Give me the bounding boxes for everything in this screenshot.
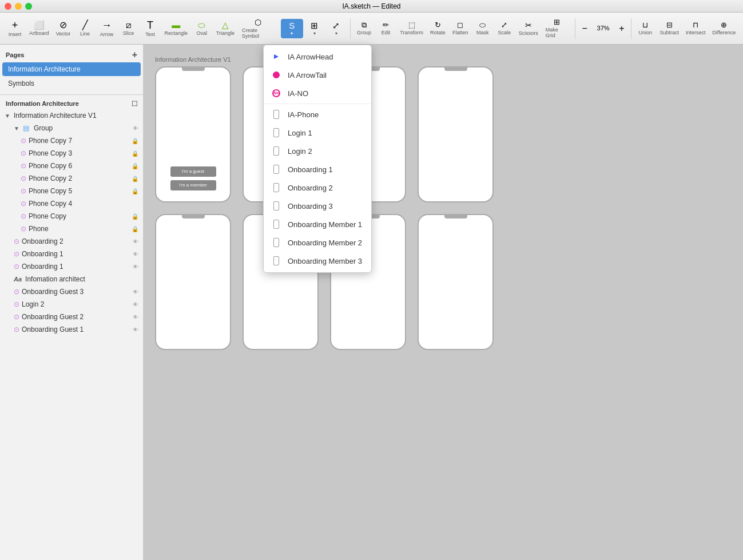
eye-icon-onboarding1b[interactable]: 👁 (133, 251, 138, 257)
layer-login-2[interactable]: ⊙ Login 2 👁 (0, 298, 143, 311)
layer-phone-copy-5[interactable]: ⊙ Phone Copy 5 🔒 (0, 185, 143, 197)
dd-item-onboarding-member-1[interactable]: Onboarding Member 1 (264, 215, 371, 233)
tool-union[interactable]: ⊔ Union (635, 19, 655, 38)
dd-item-ia-phone[interactable]: IA-Phone (264, 105, 371, 124)
flatten-label: Flatten (452, 30, 468, 35)
collapse-arrow-group: ▼ (14, 125, 19, 132)
dd-item-ia-arrowhead[interactable]: IA ArrowHead (264, 47, 371, 66)
symbol-icon-10: ⊙ (14, 250, 19, 258)
layer-phone-copy-6[interactable]: ⊙ Phone Copy 6 🔒 (0, 160, 143, 172)
dd-item-ia-no[interactable]: No IA-NO (264, 84, 371, 102)
layer-phone-copy-6-label: Phone Copy 6 (29, 162, 129, 170)
eye-icon-og2[interactable]: 👁 (133, 314, 138, 320)
intersect-label: Intersect (686, 30, 706, 35)
dd-item-ia-arrowtail[interactable]: IA ArrowTail (264, 66, 371, 84)
layer-onboarding-guest-1[interactable]: ⊙ Onboarding Guest 1 👁 (0, 323, 143, 336)
zoom-level[interactable]: 37% (592, 23, 615, 34)
tool-artboard[interactable]: ⬜ Artboard (26, 18, 52, 38)
tool-zoom-out[interactable]: − (579, 22, 591, 35)
canvas[interactable]: Information Architecture V1 I'm a guest … (144, 45, 743, 560)
tool-zoom-in[interactable]: + (616, 22, 628, 35)
layer-phone-copy-3[interactable]: ⊙ Phone Copy 3 🔒 (0, 147, 143, 160)
eye-icon-onboarding1[interactable]: 👁 (133, 264, 138, 270)
page-item-info-arch[interactable]: Information Architecture (2, 62, 141, 76)
tool-triangle[interactable]: △ Triangle (213, 18, 237, 38)
layer-onboarding-guest-3[interactable]: ⊙ Onboarding Guest 3 👁 (0, 285, 143, 298)
tool-insert-symbol[interactable]: ⊞ ▾ (304, 19, 325, 38)
eye-icon-og1[interactable]: 👁 (133, 327, 138, 333)
tool-create-symbol[interactable]: ⬡ Create Symbol (239, 16, 277, 41)
union-icon: ⊔ (642, 21, 648, 29)
layer-onboarding-1[interactable]: ⊙ Onboarding 1 👁 (0, 260, 143, 273)
layers-collapse[interactable]: ⬚ (132, 100, 137, 107)
layer-phone-copy[interactable]: ⊙ Phone Copy 🔒 (0, 210, 143, 223)
tool-rotate[interactable]: ↻ Rotate (427, 19, 448, 38)
layer-phone-copy-7[interactable]: ⊙ Phone Copy 7 🔒 (0, 134, 143, 147)
eye-icon-login2[interactable]: 👁 (133, 301, 138, 308)
dd-item-onboarding-member-3[interactable]: Onboarding Member 3 (264, 252, 371, 270)
minimize-button[interactable] (15, 3, 22, 10)
tool-edit[interactable]: ✏ Edit (376, 19, 396, 38)
tool-rectangle[interactable]: ▬ Rectangle (162, 18, 190, 38)
layer-onboarding-2[interactable]: ⊙ Onboarding 2 👁 (0, 235, 143, 248)
tool-symbol-active[interactable]: S ▾ (281, 19, 303, 38)
tool-resize[interactable]: ⤢ ▾ (326, 19, 347, 38)
tool-scale[interactable]: ⤢ Scale (494, 19, 515, 38)
dd-ia-phone-icon (271, 109, 282, 120)
maximize-button[interactable] (25, 3, 32, 10)
layer-phone[interactable]: ⊙ Phone 🔒 (0, 223, 143, 235)
tool-vector[interactable]: ⊘ Vector (53, 18, 74, 39)
tool-difference[interactable]: ⊕ Difference (709, 19, 738, 38)
dd-item-onboarding-2[interactable]: Onboarding 2 (264, 178, 371, 197)
dd-item-login-1[interactable]: Login 1 (264, 124, 371, 142)
close-button[interactable] (5, 3, 11, 10)
layers-header: Information Architecture ⬚ (0, 97, 143, 109)
layer-info-architect[interactable]: Aa Infomation architect (0, 273, 143, 285)
tool-oval[interactable]: ⬭ Oval (192, 18, 212, 38)
phone-btn-guest[interactable]: I'm a guest (170, 166, 216, 177)
tool-flatten[interactable]: ◻ Flatten (450, 19, 471, 38)
layer-phone-copy-2[interactable]: ⊙ Phone Copy 2 🔒 (0, 172, 143, 185)
layer-onboarding-1b[interactable]: ⊙ Onboarding 1 👁 (0, 248, 143, 260)
tool-intersect[interactable]: ⊓ Intersect (683, 19, 709, 38)
page-item-symbols[interactable]: Symbols (2, 77, 141, 90)
dd-item-onboarding-1[interactable]: Onboarding 1 (264, 160, 371, 178)
tool-scissors[interactable]: ✂ Scissors (516, 19, 541, 38)
dd-item-login-2[interactable]: Login 2 (264, 142, 371, 160)
layer-ia-v1[interactable]: ▼ Information Architecture V1 (0, 109, 143, 122)
layer-ia-v1-label: Information Architecture V1 (14, 112, 138, 120)
layer-group[interactable]: ▼ ▤ Group 👁 (0, 122, 143, 134)
add-page-button[interactable]: + (132, 50, 137, 59)
tool-insert[interactable]: + Insert (5, 18, 25, 39)
layer-onboarding-guest-2[interactable]: ⊙ Onboarding Guest 2 👁 (0, 311, 143, 323)
tool-arrow[interactable]: → Arrow (97, 18, 117, 39)
layer-phone-copy-4[interactable]: ⊙ Phone Copy 4 (0, 197, 143, 210)
tool-slice[interactable]: ⧄ Slice (118, 18, 139, 38)
phone-frame-8[interactable] (418, 214, 494, 350)
tool-subtract[interactable]: ⊟ Subtract (657, 19, 682, 38)
layer-onboarding-guest-2-label: Onboarding Guest 2 (22, 313, 130, 321)
dd-onboarding-3-icon (271, 200, 282, 212)
insert-icon: + (12, 20, 18, 30)
eye-icon-og3[interactable]: 👁 (133, 289, 138, 295)
eye-icon-group[interactable]: 👁 (133, 125, 138, 132)
tool-make-grid[interactable]: ⊞ Make Grid (542, 16, 571, 41)
phone-frame-1[interactable]: I'm a guest I'm a member (155, 66, 231, 202)
dd-item-onboarding-member-2[interactable]: Onboarding Member 2 (264, 233, 371, 252)
scale-label: Scale (498, 30, 511, 35)
eye-icon-onboarding2[interactable]: 👁 (133, 239, 138, 245)
group-icon: ⧉ (361, 21, 367, 29)
phone-frame-4[interactable] (418, 66, 494, 202)
tool-mask[interactable]: ⬭ Mask (472, 19, 493, 38)
insert-symbol-icon: ⊞ (311, 21, 318, 30)
tool-group[interactable]: ⧉ Group (354, 19, 375, 38)
phone-btn-member[interactable]: I'm a member (170, 180, 216, 190)
tool-line[interactable]: ╱ Line (75, 18, 96, 39)
tool-transform[interactable]: ⬚ Transform (398, 19, 426, 38)
dd-login-2-icon (271, 145, 282, 157)
phone-frame-5[interactable] (155, 214, 231, 350)
layer-phone-copy-2-label: Phone Copy 2 (29, 174, 129, 182)
dd-item-onboarding-3[interactable]: Onboarding 3 (264, 197, 371, 215)
tool-text[interactable]: T Text (140, 18, 161, 39)
dd-label-ia-arrowhead: IA ArrowHead (288, 53, 333, 61)
